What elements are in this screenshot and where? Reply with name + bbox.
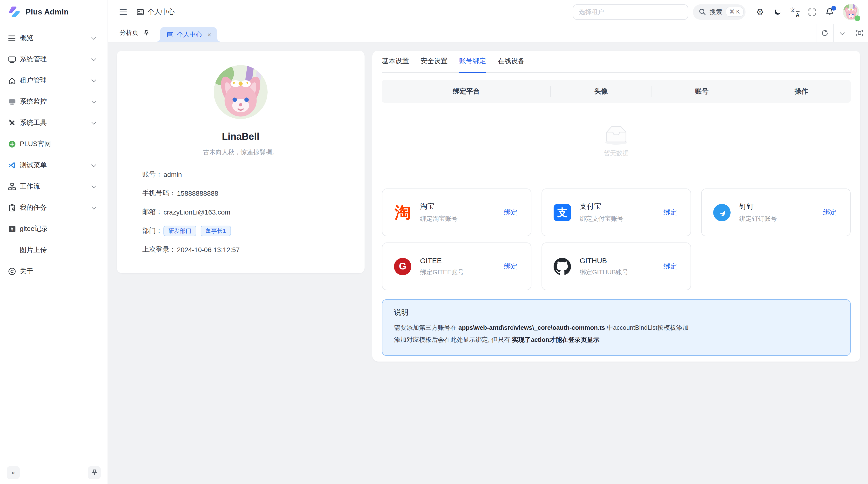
- profile-row-department: 部门： 研发部门 董事长1: [142, 226, 365, 236]
- bind-card-title: 钉钉: [739, 202, 777, 211]
- chevron-down-icon: [840, 30, 845, 35]
- tab-security-settings[interactable]: 安全设置: [421, 57, 447, 72]
- sidebar-collapse-button[interactable]: «: [7, 466, 20, 479]
- pin-icon: [143, 30, 150, 36]
- breadcrumb[interactable]: 个人中心: [136, 7, 175, 16]
- bind-card-gitee: G GITEE 绑定GITEE账号 绑定: [382, 243, 531, 290]
- pin-icon: [91, 469, 98, 476]
- refresh-button[interactable]: [816, 24, 833, 42]
- copyright-icon: [8, 267, 20, 275]
- sidebar-menu: 概览 系统管理 租户管理 系统监控: [0, 24, 107, 281]
- department-tag: 研发部门: [163, 226, 196, 236]
- github-icon: [553, 257, 571, 276]
- logo-icon: [8, 5, 21, 19]
- notifications-button[interactable]: [821, 3, 838, 21]
- sidebar-item-system-management[interactable]: 系统管理: [6, 50, 102, 69]
- bind-link-alipay[interactable]: 绑定: [663, 208, 677, 217]
- binding-table-header: 绑定平台 头像 账号 操作: [382, 80, 850, 103]
- tabs-bar: 分析页 个人中心 ×: [108, 24, 868, 42]
- sidebar-item-about[interactable]: 关于: [6, 262, 102, 281]
- sidebar-item-my-tasks[interactable]: 我的任务: [6, 198, 102, 218]
- bind-card-title: 淘宝: [420, 202, 458, 211]
- settings-button[interactable]: ⚙: [751, 3, 769, 21]
- gear-icon: ⚙: [756, 7, 764, 16]
- id-card-icon: [167, 31, 174, 38]
- bind-card-taobao: 淘 淘宝 绑定淘宝账号 绑定: [382, 189, 531, 236]
- profile-row-email: 邮箱： crazyLionLi@163.com: [142, 207, 365, 217]
- tab-online-devices[interactable]: 在线设备: [498, 57, 525, 72]
- sidebar-item-overview[interactable]: 概览: [6, 28, 102, 48]
- header-actions: 搜索 ⌘ K ⚙ 文A: [572, 3, 859, 21]
- empty-box-icon: [602, 124, 630, 145]
- sidebar-item-system-tools[interactable]: 系统工具: [6, 113, 102, 133]
- language-button[interactable]: 文A: [786, 3, 803, 21]
- translate-icon: 文A: [790, 7, 799, 16]
- bind-card-github: GITHUB 绑定GITHUB账号 绑定: [541, 243, 691, 290]
- gitee-icon: G: [394, 257, 412, 276]
- note-line-2: 添加对应模板后会在此处显示绑定, 但只有 实现了action才能在登录页显示: [394, 333, 839, 346]
- bind-link-dingtalk[interactable]: 绑定: [823, 208, 837, 217]
- theme-toggle-button[interactable]: [769, 3, 786, 21]
- tab-profile-center[interactable]: 个人中心 ×: [160, 27, 217, 42]
- profile-signature: 古木向人秋，惊蓬掠鬓稠。: [117, 148, 365, 157]
- yen-badge-icon: ¥: [8, 225, 20, 233]
- tab-account-binding[interactable]: 账号绑定: [459, 57, 486, 72]
- department-tags: 研发部门 董事长1: [163, 226, 231, 236]
- sidebar-pin-button[interactable]: [88, 466, 101, 479]
- tab-basic-settings[interactable]: 基本设置: [382, 57, 409, 72]
- logo[interactable]: Plus Admin: [0, 0, 107, 24]
- sidebar-footer: «: [0, 461, 107, 484]
- chevron-down-icon: [91, 56, 96, 61]
- id-card-icon: [136, 8, 144, 16]
- sidebar-item-workflow[interactable]: 工作流: [6, 177, 102, 196]
- home-icon: [8, 77, 20, 84]
- collapse-icon: «: [11, 469, 15, 476]
- settings-panel: 基本设置 安全设置 账号绑定 在线设备 绑定平台 头像 账号 操作: [372, 51, 860, 361]
- bind-link-taobao[interactable]: 绑定: [504, 208, 518, 217]
- content-fullscreen-button[interactable]: [850, 24, 868, 42]
- sidebar-item-plus-website[interactable]: PLUS官网: [6, 134, 102, 154]
- profile-avatar[interactable]: [214, 65, 268, 119]
- chevron-down-icon: [91, 99, 96, 103]
- bind-link-gitee[interactable]: 绑定: [504, 262, 518, 271]
- fullscreen-button[interactable]: [803, 3, 821, 21]
- bind-card-title: GITEE: [420, 256, 464, 264]
- profile-name: LinaBell: [117, 131, 365, 142]
- dingtalk-icon: [713, 203, 731, 222]
- search-icon: [699, 8, 706, 15]
- display-icon: [8, 98, 20, 105]
- top-header: 个人中心 搜索 ⌘ K ⚙ 文A: [108, 0, 868, 24]
- tab-menu-button[interactable]: [833, 24, 850, 42]
- workflow-icon: [8, 183, 20, 190]
- sidebar-item-test-menu[interactable]: 测试菜单: [6, 156, 102, 175]
- column-account: 账号: [651, 87, 752, 96]
- profile-row-last-login: 上次登录： 2024-10-06 13:12:57: [142, 245, 365, 255]
- sidebar-item-tenant-management[interactable]: 租户管理: [6, 71, 102, 90]
- chevron-down-icon: [91, 205, 96, 209]
- plus-circle-icon: [8, 140, 20, 148]
- close-icon[interactable]: ×: [207, 31, 211, 38]
- chevron-down-icon: [91, 77, 96, 82]
- profile-info: 账号： admin 手机号码： 15888888888 邮箱： crazyLio…: [117, 170, 365, 255]
- user-avatar[interactable]: [843, 4, 859, 20]
- profile-row-account: 账号： admin: [142, 170, 365, 179]
- tab-analytics[interactable]: 分析页: [120, 24, 154, 42]
- chevron-down-icon: [91, 184, 96, 188]
- tenant-select-input[interactable]: [572, 4, 688, 20]
- moon-icon: [773, 8, 781, 16]
- sidebar-item-image-upload[interactable]: 图片上传: [6, 240, 102, 260]
- sidebar-item-system-monitor[interactable]: 系统监控: [6, 92, 102, 111]
- bind-card-desc: 绑定支付宝账号: [580, 214, 623, 223]
- bind-link-github[interactable]: 绑定: [663, 262, 677, 271]
- sidebar-item-gitee-record[interactable]: ¥ gitee记录: [6, 219, 102, 238]
- sidebar-toggle-button[interactable]: [120, 9, 127, 15]
- global-search[interactable]: 搜索 ⌘ K: [693, 4, 745, 20]
- main-area: 个人中心 搜索 ⌘ K ⚙ 文A: [108, 0, 868, 484]
- profile-card: LinaBell 古木向人秋，惊蓬掠鬓稠。 账号： admin 手机号码： 15…: [117, 51, 365, 273]
- breadcrumb-label: 个人中心: [148, 7, 175, 16]
- divider: [382, 179, 850, 179]
- monitor-icon: [8, 56, 20, 63]
- page-content: LinaBell 古木向人秋，惊蓬掠鬓稠。 账号： admin 手机号码： 15…: [108, 43, 868, 361]
- clipboard-icon: [8, 204, 20, 212]
- column-platform: 绑定平台: [382, 87, 551, 96]
